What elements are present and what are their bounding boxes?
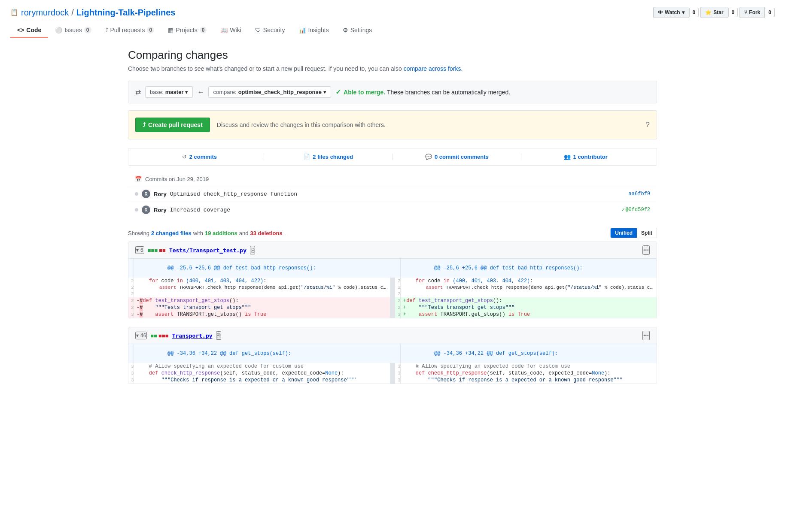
tab-issues[interactable]: ⚪ Issues 0 [48,23,98,38]
commit-sha-link[interactable]: @0fd59f2 [625,207,650,213]
repo-nav-tabs: <> Code ⚪ Issues 0 ⤴ Pull requests 0 ▦ P… [10,23,775,38]
compare-forks-link[interactable]: compare across forks. [404,65,463,72]
pr-icon: ⤴ [105,27,108,33]
file-menu-button[interactable]: ··· [642,245,650,255]
compare-branch-select[interactable]: compare: optimise_check_http_response ▾ [208,86,331,98]
wiki-icon: 📖 [220,27,228,33]
base-label: base: [150,89,164,95]
chevron-down-icon: ▾ [323,89,326,95]
left-line-num: 27 [128,290,134,297]
help-icon[interactable]: ? [646,121,650,129]
split-divider [390,370,395,377]
collapse-button[interactable]: ▾ 6 [135,246,144,254]
star-button[interactable]: ⭐ Star [700,7,728,18]
split-diff-table-2: @@ -34,36 +34,22 @@ def get_stops(self):… [128,344,657,384]
fork-count[interactable]: 0 [765,8,775,17]
collapse-button[interactable]: ▾ 46 [135,332,147,339]
hunk-right-num [395,259,401,278]
diff-line-row: 35 def check_http_response(self, status_… [128,370,657,377]
hunk-left-content: @@ -25,6 +25,6 @@ def test_bad_http_resp… [134,259,396,278]
left-line-num: 30 [128,311,134,318]
split-view-button[interactable]: Split [637,228,657,238]
file-menu-button[interactable]: ··· [642,331,650,340]
left-line-num: 28 [128,297,134,304]
hunk-right-content: @@ -34,36 +34,22 @@ def get_stops(self): [401,344,657,363]
repo-header: 📋 rorymurdock / Lightning-Talk-Pipelines… [0,0,785,38]
page-title: Comparing changes [128,48,657,62]
main-content: Comparing changes Choose two branches to… [118,38,667,403]
issues-count: 0 [84,27,91,33]
verified-badge: ✓ [621,207,625,213]
branch-bar: ⇄ base: master ▾ ← compare: optimise_che… [128,81,657,103]
watch-button[interactable]: 👁 Watch ▾ [653,7,689,18]
checkmark-icon: ✓ [621,207,625,213]
issues-icon: ⚪ [55,27,62,33]
left-line-content: -# """Tests transport get stops""" [134,304,390,311]
file-diff-header: ▾ 6 ■■■ ■■ Tests/Transport_test.py ⎘ ··· [128,242,657,259]
copy-path-button[interactable]: ⎘ [216,331,221,340]
tab-wiki[interactable]: 📖 Wiki [213,23,248,38]
tab-insights[interactable]: 📊 Insights [292,23,335,38]
commit-author[interactable]: Rory [154,207,167,213]
fork-group: ⑂ Fork 0 [739,7,775,18]
file-diff-transport: ▾ 46 ■■ ■■■ Transport.py ⎘ ··· [128,327,657,384]
right-line-content: assert TRANSPORT.check_http_response(dem… [401,284,657,290]
base-branch-name: master [165,89,184,95]
repo-icon: 📋 [10,9,18,16]
comments-count-link[interactable]: 0 commit comments [435,154,489,160]
showing-changes-text: Showing 2 changed files with 19 addition… [128,230,286,236]
file-diff-header-left: ▾ 46 ■■ ■■■ Transport.py ⎘ [135,331,221,340]
right-line-content: """Checks if response is a expected or a… [401,377,657,384]
fork-button[interactable]: ⑂ Fork [739,7,765,18]
tab-security[interactable]: 🛡 Security [248,23,292,38]
watch-count[interactable]: 0 [689,8,699,17]
changed-files-link[interactable]: 2 changed files [151,230,192,236]
projects-icon: ▦ [168,27,173,33]
commit-author[interactable]: Rory [154,191,167,197]
left-line-content: """Checks if response is a expected or a… [134,377,390,384]
filename-link[interactable]: Transport.py [172,332,213,339]
right-line-num: 27 [395,290,401,297]
contributors-icon: 👥 [564,154,571,160]
commits-count-link[interactable]: 2 commits [189,154,217,160]
split-diff-table: @@ -25,6 +25,6 @@ def test_bad_http_resp… [128,259,657,318]
left-line-num: 34 [128,363,134,370]
split-divider [390,304,395,311]
right-line-num: 36 [395,377,401,384]
base-branch-select[interactable]: base: master ▾ [145,86,193,98]
commit-message: Optimised check_http_response function [170,191,629,197]
commit-sha-link[interactable]: aa6fbf9 [629,191,650,197]
pr-create-icon: ⤴ [143,121,146,128]
repo-name-link[interactable]: Lightning-Talk-Pipelines [76,8,176,18]
create-pull-request-button[interactable]: ⤴ Create pull request [135,118,210,132]
compare-branch-name: optimise_check_http_response [238,89,322,95]
files-count-link[interactable]: 2 files changed [313,154,353,160]
tab-settings[interactable]: ⚙ Settings [336,23,379,38]
hunk-left-content: @@ -34,36 +34,22 @@ def get_stops(self): [134,344,396,363]
file-diff-header-left: ▾ 6 ■■■ ■■ Tests/Transport_test.py ⎘ [135,246,255,254]
create-pr-box: ⤴ Create pull request Discuss and review… [128,110,657,139]
commits-calendar-icon: 📅 [135,176,142,182]
right-line-num: 30 [395,311,401,318]
star-icon: ⭐ [705,9,712,15]
tab-projects[interactable]: ▦ Projects 0 [161,23,213,38]
projects-count: 0 [200,27,207,33]
right-line-content: def check_http_response(self, status_cod… [401,370,657,377]
commits-icon: ↺ [182,154,187,160]
filename-link[interactable]: Tests/Transport_test.py [169,247,246,254]
repo-owner-link[interactable]: rorymurdock [21,8,69,18]
fork-icon: ⑂ [744,9,747,15]
star-group: ⭐ Star 0 [700,7,738,18]
tab-pull-requests[interactable]: ⤴ Pull requests 0 [98,23,161,38]
compare-label: compare: [213,89,236,95]
fork-label: Fork [749,9,760,15]
repo-slash: / [71,8,74,18]
watch-label: Watch [665,9,680,15]
star-count[interactable]: 0 [728,8,738,17]
unified-view-button[interactable]: Unified [611,228,637,238]
contributors-count-link[interactable]: 1 contributor [573,154,608,160]
diff-line-row: 26 assert TRANSPORT.check_http_response(… [128,284,657,290]
tab-code[interactable]: <> Code [10,23,48,38]
right-line-content: # Allow specifying an expected code for … [401,363,657,370]
copy-path-button[interactable]: ⎘ [250,246,255,254]
